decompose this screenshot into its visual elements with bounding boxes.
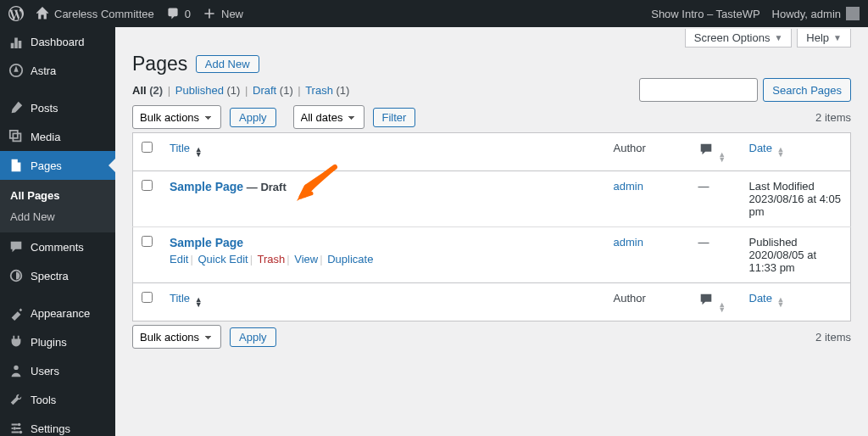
row-action-duplicate[interactable]: Duplicate — [327, 253, 373, 266]
sidebar-item-tools[interactable]: Tools — [0, 385, 115, 414]
post-state: — Draft — [243, 181, 287, 193]
apply-bulk-button-bottom[interactable]: Apply — [230, 327, 276, 347]
sort-title[interactable]: Title ▲▼ — [170, 142, 203, 154]
filter-all[interactable]: All (2) — [132, 84, 163, 97]
sidebar-item-users[interactable]: Users — [0, 356, 115, 385]
svg-point-3 — [18, 423, 21, 427]
comments-icon[interactable] — [698, 297, 714, 310]
pages-submenu: All Pages Add New — [0, 180, 115, 232]
sort-date-bottom[interactable]: Date ▲▼ — [749, 292, 785, 305]
comment-count: 0 — [185, 8, 191, 20]
chevron-down-icon: ▼ — [833, 33, 842, 42]
site-name: Careless Committee — [54, 8, 154, 20]
row-checkbox[interactable] — [142, 180, 153, 191]
row-actions: Edit| Quick Edit| Trash| View| Duplicate — [170, 253, 597, 266]
items-count: 2 items — [815, 111, 851, 124]
submenu-all-pages[interactable]: All Pages — [0, 185, 115, 206]
comments-icon[interactable] — [698, 147, 714, 159]
select-all-checkbox-bottom[interactable] — [142, 292, 153, 303]
sidebar-item-comments[interactable]: Comments — [0, 232, 115, 261]
page-title: Pages — [132, 53, 187, 75]
sidebar-item-astra[interactable]: Astra — [0, 56, 115, 85]
apply-bulk-button[interactable]: Apply — [230, 108, 276, 127]
tastewp-intro-link[interactable]: Show Intro – TasteWP — [651, 8, 760, 20]
filter-published[interactable]: Published (1) — [175, 84, 241, 97]
row-comments: — — [690, 227, 741, 283]
new-content[interactable]: New — [203, 7, 243, 20]
sidebar-item-settings[interactable]: Settings — [0, 414, 115, 436]
col-author: Author — [605, 133, 690, 171]
help-tab[interactable]: Help ▼ — [797, 29, 851, 48]
sidebar-item-plugins[interactable]: Plugins — [0, 327, 115, 356]
table-row: Sample Page Edit| Quick Edit| Trash| Vie… — [133, 227, 851, 283]
sidebar-item-appearance[interactable]: Appearance — [0, 299, 115, 327]
row-date: Last Modified2023/08/16 at 4:05 pm — [741, 171, 851, 227]
sort-date[interactable]: Date ▲▼ — [749, 142, 785, 154]
bulk-actions-select[interactable]: Bulk actions — [132, 105, 221, 129]
row-action-quick-edit[interactable]: Quick Edit — [198, 253, 248, 266]
select-all-checkbox[interactable] — [142, 142, 153, 153]
row-author-link[interactable]: admin — [614, 180, 643, 193]
sidebar-item-pages[interactable]: Pages — [0, 151, 115, 180]
svg-point-5 — [19, 431, 23, 434]
sidebar-item-dashboard[interactable]: Dashboard — [0, 27, 115, 56]
filter-trash[interactable]: Trash (1) — [305, 84, 349, 97]
avatar — [846, 7, 860, 20]
submenu-add-new[interactable]: Add New — [0, 206, 115, 227]
comments-bubble[interactable]: 0 — [166, 7, 191, 20]
sidebar-item-posts[interactable]: Posts — [0, 93, 115, 122]
svg-point-2 — [14, 366, 18, 370]
date-filter-select[interactable]: All dates — [293, 105, 364, 129]
add-new-button[interactable]: Add New — [196, 55, 259, 73]
table-row: Sample Page — Draft admin — Last Modifie… — [133, 171, 851, 227]
sidebar-item-spectra[interactable]: Spectra — [0, 261, 115, 290]
screen-options-tab[interactable]: Screen Options ▼ — [685, 29, 793, 48]
sidebar-item-media[interactable]: Media — [0, 122, 115, 151]
sort-title-bottom[interactable]: Title ▲▼ — [170, 292, 203, 305]
row-date: Published2020/08/05 at 11:33 pm — [741, 227, 851, 283]
row-title-link[interactable]: Sample Page — [170, 236, 243, 249]
pages-table: Title ▲▼ Author ▲▼ Date ▲▼ Sample Page —… — [132, 132, 851, 321]
admin-sidebar: Dashboard Astra Posts Media Pages All Pa… — [0, 27, 115, 436]
filter-draft[interactable]: Draft (1) — [253, 84, 293, 97]
row-action-edit[interactable]: Edit — [170, 253, 188, 266]
search-input[interactable] — [639, 78, 758, 102]
items-count-bottom: 2 items — [815, 331, 851, 344]
site-link[interactable]: Careless Committee — [36, 7, 154, 20]
row-checkbox[interactable] — [142, 236, 153, 247]
account-menu[interactable]: Howdy, admin — [772, 7, 860, 20]
new-label: New — [221, 8, 243, 20]
row-author-link[interactable]: admin — [614, 236, 643, 249]
chevron-down-icon: ▼ — [774, 33, 782, 42]
search-button[interactable]: Search Pages — [763, 78, 851, 102]
row-action-trash[interactable]: Trash — [257, 253, 285, 266]
filter-button[interactable]: Filter — [373, 108, 416, 127]
wp-logo[interactable] — [8, 6, 24, 21]
row-title-link[interactable]: Sample Page — [170, 180, 243, 193]
bulk-actions-select-bottom[interactable]: Bulk actions — [132, 325, 221, 349]
row-comments: — — [690, 171, 741, 227]
row-action-view[interactable]: View — [294, 253, 318, 266]
svg-point-4 — [13, 427, 16, 430]
